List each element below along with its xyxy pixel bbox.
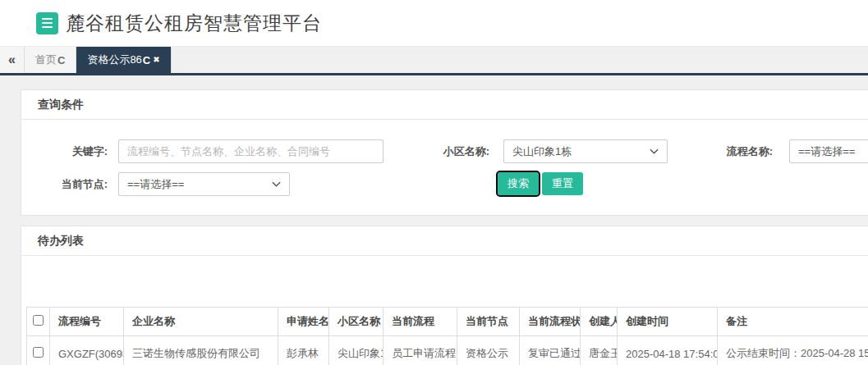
search-button[interactable]: 搜索 — [498, 172, 539, 195]
tab-home[interactable]: 首页 C — [25, 47, 76, 73]
column-header: 创建时间 — [618, 308, 718, 336]
table-header-row: 流程编号企业名称申请姓名小区名称当前流程当前节点当前流程状态创建人创建时间备注 — [27, 308, 868, 336]
query-conditions-panel: 查询条件 关键字: 小区名称: 尖山印象1栋 流程名称: ==请选择== 当前节… — [21, 89, 868, 216]
column-header: 当前节点 — [457, 308, 520, 336]
page-title: 麓谷租赁公租房智慧管理平台 — [66, 11, 322, 36]
keyword-input[interactable] — [118, 139, 383, 163]
table-cell: GXGZF(30698) — [50, 336, 124, 365]
column-header: 企业名称 — [124, 308, 278, 336]
table-cell: 复审已通过 — [520, 336, 581, 365]
refresh-icon[interactable]: C — [57, 54, 65, 66]
community-select[interactable]: 尖山印象1栋 — [503, 139, 668, 163]
content-area: 查询条件 关键字: 小区名称: 尖山印象1栋 流程名称: ==请选择== 当前节… — [0, 75, 868, 365]
column-header: 当前流程 — [383, 308, 457, 336]
table-row: GXGZF(30698)三诺生物传感股份有限公司彭承林尖山印象1栋员工申请流程资… — [27, 336, 868, 365]
column-header: 备注 — [718, 308, 868, 336]
tab-home-label: 首页 — [35, 52, 57, 67]
select-all-cell — [27, 308, 50, 336]
close-icon[interactable]: ✖ — [153, 56, 159, 64]
select-all-checkbox[interactable] — [33, 315, 44, 326]
reset-button[interactable]: 重置 — [542, 172, 583, 195]
column-header: 小区名称 — [329, 308, 383, 336]
process-select-value: ==请选择== — [798, 144, 855, 159]
current-node-select-value: ==请选择== — [127, 177, 184, 192]
table-cell: 资格公示 — [457, 336, 520, 365]
menu-hamburger-icon[interactable] — [36, 12, 58, 34]
todo-panel-title: 待办列表 — [21, 226, 868, 256]
column-header: 当前流程状态 — [520, 308, 581, 336]
column-header: 创建人 — [581, 308, 618, 336]
todo-list-panel: 待办列表 流程编号企业名称申请姓名小区名称当前流程当前节点当前流程状态创建人创建… — [21, 226, 868, 365]
app-header: 麓谷租赁公租房智慧管理平台 — [0, 0, 868, 47]
tab-qualification-publicity[interactable]: 资格公示86 C ✖ — [76, 47, 171, 73]
community-select-value: 尖山印象1栋 — [512, 144, 572, 159]
current-node-select[interactable]: ==请选择== — [118, 172, 290, 196]
todo-table-wrapper: 流程编号企业名称申请姓名小区名称当前流程当前节点当前流程状态创建人创建时间备注G… — [21, 256, 868, 365]
tab-bar: « 首页 C 资格公示86 C ✖ — [0, 47, 868, 75]
table-cell: 彭承林 — [278, 336, 329, 365]
table-cell: 2025-04-18 17:54:04 — [618, 336, 718, 365]
todo-table: 流程编号企业名称申请姓名小区名称当前流程当前节点当前流程状态创建人创建时间备注G… — [26, 307, 868, 365]
tab-active-label: 资格公示86 — [87, 52, 141, 67]
row-select-checkbox[interactable] — [33, 347, 44, 358]
keyword-label: 关键字: — [32, 139, 108, 163]
chevron-down-icon — [650, 148, 659, 154]
community-label: 小区名称: — [430, 139, 489, 163]
column-header: 流程编号 — [50, 308, 124, 336]
refresh-icon[interactable]: C — [143, 54, 150, 66]
tabs-collapse-icon[interactable]: « — [0, 47, 25, 73]
process-select[interactable]: ==请选择== — [789, 139, 868, 163]
process-label: 流程名称: — [714, 139, 773, 163]
query-panel-title: 查询条件 — [21, 90, 868, 120]
row-select-cell — [27, 336, 50, 365]
table-cell: 员工申请流程 — [383, 336, 457, 365]
column-header: 申请姓名 — [278, 308, 329, 336]
current-node-label: 当前节点: — [32, 172, 108, 196]
table-cell: 公示结束时间：2025-04-28 15:52:29 — [718, 336, 868, 365]
table-cell: 三诺生物传感股份有限公司 — [124, 336, 278, 365]
table-cell: 唐金玉 — [581, 336, 618, 365]
chevron-down-icon — [272, 181, 281, 187]
table-cell: 尖山印象1栋 — [329, 336, 383, 365]
query-form: 关键字: 小区名称: 尖山印象1栋 流程名称: ==请选择== 当前节点: ==… — [21, 120, 868, 215]
